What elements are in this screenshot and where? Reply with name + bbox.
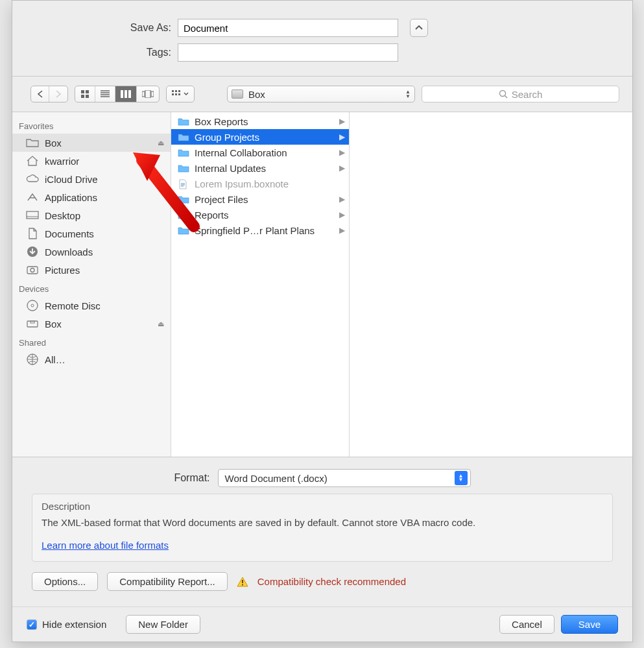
compatibility-report-button[interactable]: Compatibility Report... — [107, 572, 228, 591]
grid-small-icon — [172, 90, 181, 98]
sidebar-item-kwarrior[interactable]: kwarrior — [12, 152, 171, 170]
description-box: Description The XML-based format that Wo… — [32, 494, 613, 562]
search-placeholder: Search — [512, 89, 543, 100]
sidebar-item-documents[interactable]: Documents — [12, 224, 171, 243]
chevron-right-icon: ▶ — [339, 226, 345, 235]
back-button[interactable] — [31, 86, 49, 102]
updown-icon: ▲▼ — [405, 90, 411, 99]
sidebar-item-label: Remote Disc — [45, 300, 101, 311]
desktop-icon — [25, 210, 40, 221]
cancel-button[interactable]: Cancel — [499, 615, 555, 634]
nav-buttons — [30, 86, 68, 102]
column-item[interactable]: Internal Collaboration▶ — [171, 145, 349, 160]
collapse-button[interactable] — [410, 19, 428, 37]
svg-point-22 — [31, 304, 34, 307]
pictures-icon — [25, 264, 40, 276]
path-location-popup[interactable]: Box ▲▼ — [227, 86, 415, 102]
browser-column-2 — [350, 112, 632, 457]
svg-rect-17 — [27, 211, 38, 219]
eject-icon[interactable]: ⏏ — [158, 139, 164, 147]
sidebar-item-box[interactable]: Box⏏ — [12, 134, 171, 152]
column-item[interactable]: Lorem Ipsum.boxnote — [171, 176, 349, 191]
sidebar-item-label: All… — [45, 354, 66, 365]
learn-more-link[interactable]: Learn more about file formats — [42, 540, 169, 551]
sidebar-item-applications[interactable]: Applications — [12, 188, 171, 206]
svg-point-20 — [30, 269, 34, 272]
column-item-label: Internal Collaboration — [195, 147, 287, 158]
chevron-right-icon: ▶ — [339, 210, 345, 219]
search-input[interactable]: Search — [422, 86, 619, 102]
sidebar-item-all-[interactable]: All… — [12, 350, 171, 368]
sidebar-item-label: Desktop — [45, 210, 80, 221]
format-select[interactable]: Word Document (.docx) ▲▼ — [218, 469, 471, 487]
top-fields: Save As: Tags: — [12, 1, 632, 77]
svg-rect-3 — [86, 95, 89, 98]
chevron-right-icon: ▶ — [339, 163, 345, 173]
compatibility-warning-text: Compatibility check recommended — [257, 576, 406, 587]
eject-icon[interactable]: ⏏ — [158, 320, 164, 328]
coverflow-icon — [142, 90, 154, 98]
column-item[interactable]: Springfield P…r Plant Plans▶ — [171, 222, 349, 238]
svg-rect-12 — [178, 90, 180, 92]
toolbar: Box ▲▼ Search — [12, 77, 632, 112]
chevron-right-icon: ▶ — [339, 117, 345, 126]
updown-icon: ▲▼ — [455, 471, 468, 485]
new-folder-button[interactable]: New Folder — [126, 615, 200, 634]
sidebar-item-desktop[interactable]: Desktop — [12, 206, 171, 224]
svg-rect-19 — [27, 267, 38, 274]
sidebar-header: Favorites — [12, 116, 171, 134]
svg-rect-27 — [242, 584, 243, 585]
sidebar-item-remote-disc[interactable]: Remote Disc — [12, 296, 171, 315]
folder-icon — [178, 148, 189, 157]
list-view-button[interactable] — [95, 86, 115, 102]
save-as-input[interactable] — [178, 19, 398, 37]
warning-icon — [237, 577, 248, 587]
tags-input[interactable] — [178, 43, 398, 62]
sidebar-item-box[interactable]: Box⏏ — [12, 315, 171, 333]
view-mode-buttons — [75, 86, 160, 102]
save-button[interactable]: Save — [561, 615, 618, 634]
sidebar: FavoritesBox⏏kwarrioriCloud DriveApplica… — [12, 112, 171, 457]
globe-icon — [25, 354, 40, 365]
forward-button[interactable] — [49, 86, 67, 102]
sidebar-item-icloud-drive[interactable]: iCloud Drive — [12, 170, 171, 188]
sidebar-item-pictures[interactable]: Pictures — [12, 261, 171, 279]
format-label: Format: — [174, 472, 209, 484]
sidebar-item-label: Applications — [45, 192, 97, 203]
folder-icon — [178, 132, 189, 141]
column-item[interactable]: Reports▶ — [171, 207, 349, 222]
svg-rect-10 — [172, 90, 174, 92]
folder-icon — [178, 210, 189, 219]
folder-icon — [178, 226, 189, 235]
cloud-icon — [25, 173, 40, 185]
format-value: Word Document (.docx) — [225, 473, 455, 484]
home-icon — [25, 155, 40, 167]
svg-rect-23 — [27, 321, 38, 327]
hide-extension-checkbox[interactable]: ✓ — [27, 619, 37, 630]
column-item-label: Group Projects — [195, 132, 259, 143]
arrange-button[interactable] — [167, 86, 194, 102]
column-item[interactable]: Box Reports▶ — [171, 114, 349, 129]
options-row: Options... Compatibility Report... Compa… — [28, 568, 617, 600]
svg-point-21 — [27, 300, 38, 311]
column-item[interactable]: Internal Updates▶ — [171, 160, 349, 176]
coverflow-view-button[interactable] — [137, 86, 159, 102]
sidebar-item-label: Box — [45, 318, 62, 330]
apps-icon — [25, 191, 40, 203]
sidebar-item-downloads[interactable]: Downloads — [12, 243, 171, 261]
sidebar-item-label: Pictures — [45, 265, 80, 276]
sidebar-item-label: Downloads — [45, 246, 93, 258]
column-item[interactable]: Project Files▶ — [171, 191, 349, 207]
column-item-label: Springfield P…r Plant Plans — [195, 225, 315, 236]
columns-icon — [121, 90, 131, 98]
column-item-label: Internal Updates — [195, 163, 266, 174]
hide-extension-label: Hide extension — [42, 619, 106, 630]
svg-rect-14 — [175, 93, 177, 95]
sidebar-item-label: iCloud Drive — [45, 174, 98, 185]
column-item[interactable]: Group Projects▶ — [171, 129, 349, 145]
svg-rect-11 — [175, 90, 177, 92]
svg-rect-24 — [30, 321, 34, 323]
icon-view-button[interactable] — [75, 86, 95, 102]
options-button[interactable]: Options... — [32, 572, 98, 591]
column-view-button[interactable] — [115, 86, 137, 102]
